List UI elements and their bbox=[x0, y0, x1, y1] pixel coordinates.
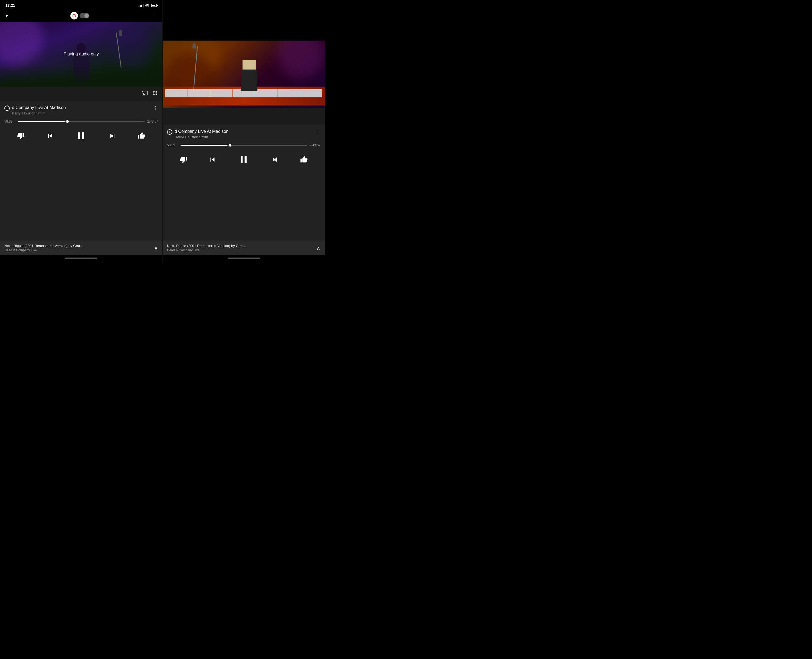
up-next-title-right: Next: Ripple (2001 Remastered Version) b… bbox=[167, 244, 246, 248]
chevron-up-icon-left[interactable]: ∧ bbox=[154, 245, 158, 251]
audio-only-text-left: Playing audio only bbox=[63, 52, 99, 57]
home-indicator-left bbox=[0, 255, 163, 263]
headphone-icon-left bbox=[70, 12, 78, 19]
progress-dot-left bbox=[66, 120, 69, 123]
up-next-info-left: Next: Ripple (2001 Remastered Version) b… bbox=[4, 244, 84, 252]
mic-head-right bbox=[193, 43, 196, 49]
track-menu-icon-left[interactable]: ⋮ bbox=[153, 105, 158, 111]
info-icon-left[interactable]: i bbox=[4, 106, 10, 111]
player-controls-area-left: i d Company Live At Madison Darryl Houst… bbox=[0, 101, 163, 255]
headphone-toggle-left[interactable] bbox=[70, 12, 89, 19]
up-next-info-right: Next: Ripple (2001 Remastered Version) b… bbox=[167, 244, 246, 252]
skip-previous-button-left[interactable] bbox=[46, 132, 54, 140]
right-panel: i d Company Live At Madison Darryl Houst… bbox=[163, 0, 325, 263]
video-thumbnail-right[interactable] bbox=[163, 41, 325, 108]
like-button-left[interactable] bbox=[138, 132, 145, 140]
home-bar-right bbox=[227, 257, 260, 259]
track-menu-icon-right[interactable]: ⋮ bbox=[316, 129, 321, 135]
home-indicator-right bbox=[163, 255, 325, 263]
cast-icon-left[interactable] bbox=[142, 90, 148, 98]
time-current-right: 58:39 bbox=[167, 143, 178, 147]
track-info-right: i d Company Live At Madison Darryl Houst… bbox=[163, 125, 325, 141]
progress-area-right: 58:39 2:43:57 bbox=[163, 141, 325, 149]
track-title-row-left: d Company Live At Madison Darryl Houston… bbox=[12, 105, 151, 115]
track-artist-right: Darryl Houston Smith bbox=[175, 135, 313, 139]
track-title-row-right: d Company Live At Madison Darryl Houston… bbox=[175, 129, 313, 139]
up-next-left[interactable]: Next: Ripple (2001 Remastered Version) b… bbox=[0, 241, 163, 255]
progress-bar-left[interactable] bbox=[18, 121, 145, 122]
dislike-button-right[interactable] bbox=[180, 156, 187, 163]
gap-right bbox=[163, 108, 325, 125]
up-next-channel-left: Dead & Company Live bbox=[4, 248, 84, 252]
audio-only-overlay-left: Playing audio only bbox=[0, 22, 163, 87]
up-next-title-left: Next: Ripple (2001 Remastered Version) b… bbox=[4, 244, 84, 248]
progress-bar-right[interactable] bbox=[180, 145, 307, 146]
progress-dot-right bbox=[229, 144, 231, 147]
playback-controls-left bbox=[0, 126, 163, 146]
track-info-left: i d Company Live At Madison Darryl Houst… bbox=[0, 101, 163, 117]
skip-previous-button-right[interactable] bbox=[209, 156, 216, 164]
time-current-left: 58:33 bbox=[4, 120, 15, 123]
skip-next-button-left[interactable] bbox=[108, 132, 116, 140]
info-icon-right[interactable]: i bbox=[167, 129, 172, 135]
playback-controls-right bbox=[163, 149, 325, 170]
status-icons-left: 4G bbox=[139, 3, 157, 7]
signal-bars-left bbox=[139, 4, 144, 7]
up-next-channel-right: Dead & Company Live bbox=[167, 248, 246, 252]
time-total-left: 2:43:57 bbox=[147, 120, 158, 123]
progress-area-left: 58:33 2:43:57 bbox=[0, 117, 163, 126]
more-options-icon-left[interactable]: ⋮ bbox=[151, 13, 157, 19]
left-panel: 17:21 4G ▾ ⋮ bbox=[0, 0, 163, 263]
like-button-right[interactable] bbox=[300, 156, 308, 163]
up-next-right[interactable]: Next: Ripple (2001 Remastered Version) b… bbox=[163, 241, 325, 255]
progress-fill-left bbox=[18, 121, 65, 122]
time-total-right: 2:43:57 bbox=[310, 143, 321, 147]
fullscreen-icon-left[interactable] bbox=[152, 90, 158, 98]
progress-fill-right bbox=[180, 145, 227, 146]
player-controls-area-right: i d Company Live At Madison Darryl Houst… bbox=[163, 125, 325, 255]
home-bar-left bbox=[65, 257, 98, 259]
chevron-down-icon-left[interactable]: ▾ bbox=[5, 13, 8, 19]
skip-next-button-right[interactable] bbox=[271, 156, 279, 164]
status-4g-left: 4G bbox=[145, 3, 149, 7]
track-title-right: d Company Live At Madison bbox=[175, 129, 313, 134]
top-controls-left: ▾ ⋮ bbox=[0, 10, 163, 22]
video-thumbnail-left[interactable]: Playing audio only bbox=[0, 22, 163, 87]
status-bar-left: 17:21 4G bbox=[0, 0, 163, 10]
black-top-right bbox=[163, 0, 325, 41]
chevron-up-icon-right[interactable]: ∧ bbox=[316, 245, 321, 251]
track-artist-left: Darryl Houston Smith bbox=[12, 111, 151, 115]
dislike-button-left[interactable] bbox=[17, 132, 25, 140]
video-bottom-controls-left bbox=[0, 87, 163, 101]
headphone-toggle-switch-left[interactable] bbox=[80, 13, 89, 18]
performer-silhouette-right bbox=[240, 60, 253, 87]
concert-scene-right bbox=[163, 41, 325, 108]
status-time-left: 17:21 bbox=[5, 3, 15, 8]
pause-button-left[interactable] bbox=[75, 130, 87, 142]
track-title-left: d Company Live At Madison bbox=[12, 105, 151, 110]
pause-button-right[interactable] bbox=[238, 154, 250, 166]
battery-icon-left bbox=[151, 4, 157, 7]
